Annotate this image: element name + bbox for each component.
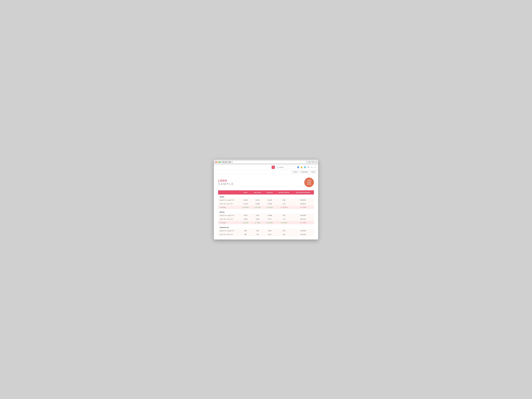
group-name: facebook.com [218,225,314,229]
table-row: Aug 01 '16 - Aug 31 '16 4,730 4,147 11,5… [218,214,314,217]
more-button[interactable]: ▾ More [310,171,317,173]
send-button[interactable]: ✉ Send [291,171,298,173]
col-header-label [218,190,240,195]
row-users: 11,218 [240,202,251,206]
nav-buttons: ‹ › [222,161,227,163]
logo-bottom: SAMPLE [218,182,234,186]
app-toolbar: + 🔍 👤 🔔 🌐 ⚙ ▭ ↗ [214,165,318,170]
row-avg-session: 00:15:29 [292,233,314,236]
row-label: Aug 01 '16 - Aug 31 '16 [218,229,240,233]
change-row: % change ▲ 24.39% ▲ 26.13% ▲ 23.46% ▼ -3… [218,206,314,209]
row-users: 558 [240,233,251,236]
table-row: Jul 01 '16 - Jul 31 '16 558 170 2,121 1.… [218,233,314,236]
change-new-users: ▲ 7.66% [251,221,264,224]
change-bounce: ▲ 36.26% [276,221,292,224]
row-new-users: 3,852 [251,217,264,221]
row-label: Jul 01 '16 - Jul 31 '16 [218,202,240,206]
globe-icon[interactable]: 🌐 [304,166,306,169]
col-header-bounce: Bounce rate (%) [276,190,292,195]
row-label: Aug 01 '16 - Aug 31 '16 [218,198,240,202]
row-new-users: 10,086 [251,202,264,206]
action-bar: ✉ Send ⬇ Download ▾ More [214,170,318,174]
row-users: 4,369 [240,217,251,221]
logo-row: LOGO SAMPLE YOURLOGOHERE [218,177,314,187]
duplicate-icon[interactable]: ❐ [311,161,314,163]
row-bounce: 1.02 [276,229,292,233]
row-label: Aug 01 '16 - Aug 31 '16 [218,214,240,217]
table-header-row: Users New Users Sessions Bounce rate (%)… [218,190,314,195]
row-bounce: 0.90 [276,198,292,202]
window-icon[interactable]: ▭ [310,166,313,169]
logo-text: LOGO SAMPLE [218,179,234,186]
row-sessions: 17,993 [264,202,276,206]
back-button[interactable]: ‹ [222,161,224,163]
change-avg-session: ▼ -1.00% [292,221,314,224]
row-bounce: 2.33 [276,214,292,217]
data-table: Users New Users Sessions Bounce rate (%)… [218,190,314,236]
maximize-button[interactable] [219,161,221,163]
row-sessions: 11,588 [264,214,276,217]
change-sessions: ▲ 23.46% [264,206,276,209]
add-tab-icon[interactable]: + [314,161,317,163]
col-header-sessions: Sessions [264,190,276,195]
change-new-users: ▲ 26.13% [251,206,264,209]
minimize-button[interactable] [217,161,219,163]
row-new-users: 170 [251,233,264,236]
row-new-users: 188 [251,229,264,233]
change-row: % change ▲ 8.26% ▲ 7.66% ▲ 19.25% ▲ 36.2… [218,221,314,224]
table-row: Jul 01 '16 - Jul 31 '16 4,369 3,852 9,71… [218,217,314,221]
change-users: ▲ 24.39% [240,206,251,209]
row-sessions: 2,121 [264,233,276,236]
toolbar-icons: 👤 🔔 🌐 ⚙ ▭ ↗ [297,166,317,169]
export-icon[interactable]: ↗ [314,166,317,169]
row-new-users: 4,147 [251,214,264,217]
row-avg-session: 00:10:58 [292,214,314,217]
row-bounce: 1.39 [276,202,292,206]
table-row: Aug 01 '16 - Aug 31 '16 665 188 2,254 1.… [218,229,314,233]
search-input[interactable] [279,166,294,168]
content-area: LOGO SAMPLE YOURLOGOHERE Users New Users… [214,174,318,240]
row-bounce: 1.65 [276,233,292,236]
view-button[interactable]: ☐ [228,161,231,163]
settings-icon[interactable]: ⚙ [307,166,310,169]
row-new-users: 12,721 [251,198,264,202]
col-header-users: Users [240,190,251,195]
url-bar[interactable] [233,161,306,164]
traffic-lights [215,161,221,163]
table-row: Aug 01 '16 - Aug 31 '16 13,954 12,721 22… [218,198,314,202]
logo-circle-text: YOURLOGOHERE [307,180,311,185]
change-users: ▲ 8.26% [240,221,251,224]
browser-titlebar: ‹ › ☐ ⬆ ❐ + [214,160,318,165]
group-name: google [218,195,314,198]
row-label: Jul 01 '16 - Jul 31 '16 [218,217,240,221]
add-button[interactable]: + [272,166,275,169]
download-button[interactable]: ⬇ Download [299,171,309,173]
row-sessions: 2,254 [264,229,276,233]
logo-top: LOGO [218,179,234,182]
row-avg-session: 00:06:09 [292,198,314,202]
col-header-avg-session: Avg Session Duration [292,190,314,195]
close-button[interactable] [215,161,217,163]
logo-circle: YOURLOGOHERE [304,177,314,187]
users-icon[interactable]: 👤 [297,166,299,169]
change-label: % change [218,221,240,224]
browser-actions: ⬆ ❐ + [308,161,317,163]
change-avg-session: ▼ -2.00% [292,206,314,209]
row-users: 4,730 [240,214,251,217]
row-users: 665 [240,229,251,233]
row-users: 13,954 [240,198,251,202]
row-label: Jul 01 '16 - Jul 31 '16 [218,233,240,236]
search-box: 🔍 [276,166,295,169]
share-icon[interactable]: ⬆ [308,161,311,163]
row-avg-session: 00:06:14 [292,202,314,206]
search-icon: 🔍 [277,166,279,168]
forward-button[interactable]: › [225,161,227,163]
change-sessions: ▲ 19.25% [264,221,276,224]
table-row: Jul 01 '16 - Jul 31 '16 11,218 10,086 17… [218,202,314,206]
change-label: % change [218,206,240,209]
row-sessions: 22,215 [264,198,276,202]
browser-window: ‹ › ☐ ⬆ ❐ + + 🔍 👤 🔔 🌐 ⚙ ▭ ↗ ✉ Send ⬇ Dow… [214,160,318,240]
row-avg-session: 00:11:01 [292,217,314,221]
group-label-row: google [218,195,314,198]
bell-icon[interactable]: 🔔 [300,166,303,169]
